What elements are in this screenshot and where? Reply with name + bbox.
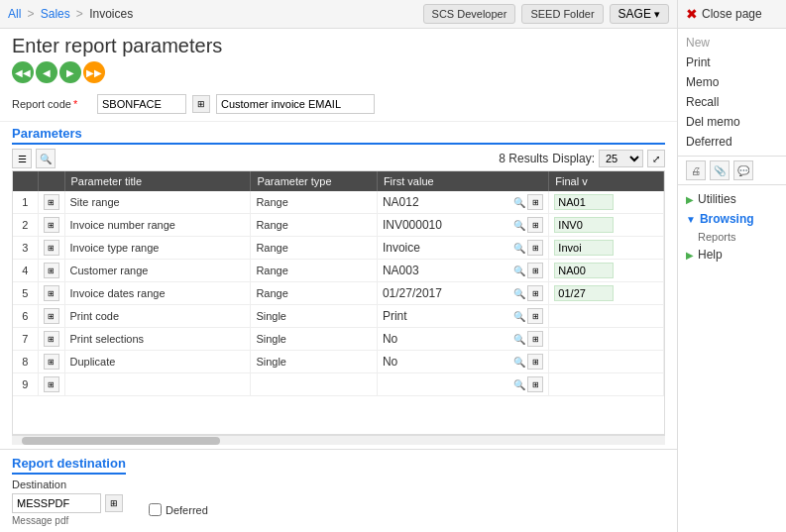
expand-button[interactable]: ⤢ [647, 150, 665, 167]
first-value-text: 01/27/2017 [383, 286, 442, 300]
first-value-text: NA012 [383, 195, 419, 209]
param-title-cell: Print selections [64, 328, 251, 351]
first-expand-button[interactable]: ⊞ [527, 285, 543, 301]
results-info: 8 Results Display: 25 50 100 ⤢ [499, 150, 665, 167]
row-edit-button[interactable]: ⊞ [44, 217, 59, 233]
nav-next-button[interactable]: ▶ [59, 61, 81, 83]
row-edit-button[interactable]: ⊞ [44, 240, 59, 256]
row-edit-button[interactable]: ⊞ [44, 285, 59, 301]
first-expand-button[interactable]: ⊞ [527, 194, 543, 210]
attach-icon-button[interactable]: 📎 [710, 160, 730, 180]
destination-description: Message pdf [12, 515, 123, 526]
destination-input[interactable] [12, 493, 101, 513]
deferred-checkbox[interactable] [149, 503, 162, 516]
table-row: 4 ⊞ Customer range Range NA003 🔍 ⊞ [13, 260, 664, 282]
row-edit-button[interactable]: ⊞ [44, 308, 59, 324]
row-num: 8 [13, 351, 38, 373]
chat-icon-button[interactable]: 💬 [733, 160, 753, 180]
param-final-cell [549, 328, 664, 351]
row-edit-button[interactable]: ⊞ [44, 194, 59, 210]
param-title-cell [64, 373, 251, 396]
row-edit-button[interactable]: ⊞ [44, 376, 59, 392]
row-edit-button[interactable]: ⊞ [44, 331, 59, 347]
first-expand-button[interactable]: ⊞ [527, 354, 543, 370]
del-memo-action[interactable]: Del memo [686, 112, 778, 132]
print-icon-button[interactable]: 🖨 [686, 160, 706, 180]
row-edit-button[interactable]: ⊞ [44, 354, 59, 370]
report-description-input[interactable] [216, 94, 375, 114]
seed-folder-button[interactable]: SEED Folder [521, 4, 603, 24]
params-list-view-button[interactable]: ☰ [12, 149, 32, 168]
sidebar-item-browsing[interactable]: ▼ Browsing [682, 209, 782, 229]
table-row: 1 ⊞ Site range Range NA012 🔍 ⊞ [13, 191, 664, 214]
final-value-input[interactable] [554, 240, 614, 256]
table-row: 6 ⊞ Print code Single Print 🔍 ⊞ [13, 305, 664, 328]
first-search-icon[interactable]: 🔍 [513, 243, 525, 254]
sidebar-sub-reports[interactable]: Reports [682, 229, 782, 245]
recall-action[interactable]: Recall [686, 92, 778, 112]
first-search-icon[interactable]: 🔍 [513, 379, 525, 390]
destination-label: Destination [12, 479, 665, 490]
first-expand-button[interactable]: ⊞ [527, 376, 543, 392]
row-num: 7 [13, 328, 38, 351]
first-expand-button[interactable]: ⊞ [527, 331, 543, 347]
col-header-first: First value [377, 171, 548, 191]
first-search-icon[interactable]: 🔍 [513, 220, 525, 231]
final-value-input[interactable] [554, 217, 614, 233]
close-page-button[interactable]: ✖ Close page [678, 0, 786, 29]
nav-last-button[interactable]: ▶▶ [83, 61, 105, 83]
final-value-input[interactable] [554, 194, 614, 210]
first-expand-button[interactable]: ⊞ [527, 240, 543, 256]
first-expand-button[interactable]: ⊞ [527, 217, 543, 233]
final-value-input[interactable] [554, 263, 614, 278]
first-search-icon[interactable]: 🔍 [513, 288, 525, 299]
new-button[interactable]: New [686, 33, 778, 53]
nav-first-button[interactable]: ◀◀ [12, 61, 34, 83]
first-search-icon[interactable]: 🔍 [513, 311, 525, 322]
deferred-row: Deferred [149, 503, 208, 516]
first-search-icon[interactable]: 🔍 [513, 266, 525, 276]
nav-prev-button[interactable]: ◀ [36, 61, 57, 83]
param-type-cell: Single [251, 351, 377, 373]
browsing-arrow-icon: ▼ [686, 214, 696, 225]
horizontal-scrollbar[interactable] [12, 435, 665, 445]
param-type-cell: Range [251, 237, 377, 260]
param-title-cell: Customer range [64, 260, 251, 282]
deferred-action[interactable]: Deferred [686, 132, 778, 152]
first-expand-button[interactable]: ⊞ [527, 263, 543, 278]
sidebar-icon-row: 🖨 📎 💬 [678, 157, 786, 185]
print-action[interactable]: Print [686, 53, 778, 72]
table-row: 7 ⊞ Print selections Single No 🔍 ⊞ [13, 328, 664, 351]
first-expand-button[interactable]: ⊞ [527, 308, 543, 324]
sidebar-item-help[interactable]: ▶ Help [682, 245, 782, 265]
sage-button[interactable]: SAGE ▾ [610, 4, 669, 24]
param-final-cell [549, 305, 664, 328]
breadcrumb-sales[interactable]: Sales [41, 7, 70, 21]
scroll-thumb[interactable] [22, 437, 220, 445]
scs-developer-button[interactable]: SCS Developer [423, 4, 516, 24]
row-num: 3 [13, 237, 38, 260]
utilities-label: Utilities [698, 192, 736, 206]
first-value-text: Print [383, 309, 407, 323]
row-edit-button[interactable]: ⊞ [44, 263, 59, 278]
params-search-button[interactable]: 🔍 [36, 149, 56, 168]
breadcrumb-all[interactable]: All [8, 7, 21, 21]
first-search-icon[interactable]: 🔍 [513, 334, 525, 345]
nav-buttons: ◀◀ ◀ ▶ ▶▶ [12, 61, 665, 83]
report-code-input[interactable] [97, 94, 186, 114]
destination-lookup-button[interactable]: ⊞ [105, 494, 123, 512]
first-value-text: NA003 [383, 264, 419, 277]
params-table-wrapper[interactable]: Parameter title Parameter type First val… [12, 170, 665, 435]
param-title-cell: Print code [64, 305, 251, 328]
sidebar-item-utilities[interactable]: ▶ Utilities [682, 189, 782, 209]
first-search-icon[interactable]: 🔍 [513, 357, 525, 368]
page-title: Enter report parameters [12, 35, 665, 57]
param-type-cell: Range [251, 260, 377, 282]
param-type-cell [251, 373, 377, 396]
final-value-input[interactable] [554, 285, 614, 301]
first-search-icon[interactable]: 🔍 [513, 197, 525, 208]
display-select[interactable]: 25 50 100 [599, 150, 643, 167]
memo-action[interactable]: Memo [686, 72, 778, 92]
report-code-lookup-button[interactable]: ⊞ [192, 95, 210, 113]
row-num: 2 [13, 214, 38, 237]
